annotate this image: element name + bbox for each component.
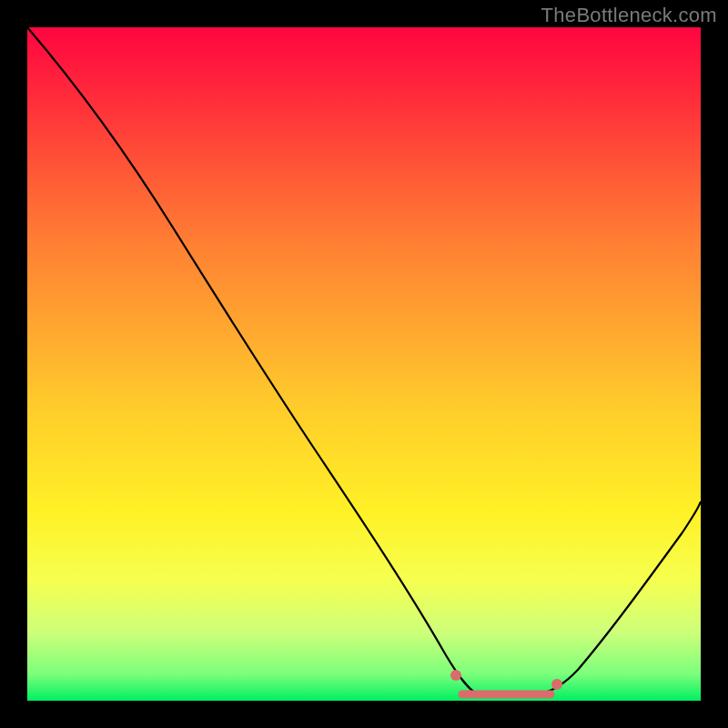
bottleneck-curve [27,27,701,694]
highlight-start-dot [450,670,461,681]
watermark-text: TheBottleneck.com [541,4,717,27]
plot-area [27,27,701,701]
curve-svg [27,27,701,701]
highlight-end-dot [551,679,562,690]
chart-root: TheBottleneck.com [0,0,728,728]
